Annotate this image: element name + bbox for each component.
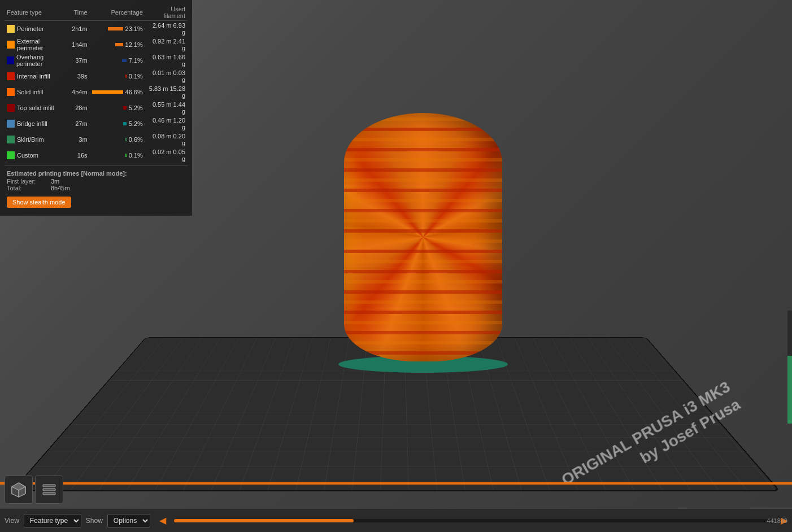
feature-name-cell: External perimeter	[5, 37, 69, 53]
layers-icon	[41, 481, 58, 498]
show-label: Show	[86, 517, 103, 525]
cube-icon	[10, 481, 27, 498]
layer-slider-fill	[174, 519, 354, 522]
feature-name-cell: Skirt/Brim	[5, 132, 69, 147]
time-cell: 2h1m	[69, 21, 90, 37]
filament-cell: 0.55 m 1.44 g	[145, 100, 188, 116]
filament-cell: 0.46 m 1.20 g	[145, 116, 188, 132]
feature-name-cell: Bridge infill	[5, 116, 69, 132]
time-cell: 1h4m	[69, 37, 90, 53]
layer-counter: 441839	[767, 517, 787, 524]
feature-name-cell: Internal infill	[5, 68, 69, 84]
table-row: Perimeter2h1m23.1%2.64 m 6.93 g	[5, 21, 188, 37]
percentage-cell: 7.1%	[90, 53, 145, 68]
filament-cell: 0.63 m 1.66 g	[145, 53, 188, 68]
time-cell: 4h4m	[69, 84, 90, 100]
feature-name-cell: Top solid infill	[5, 100, 69, 116]
svg-rect-6	[43, 485, 55, 487]
feature-name-cell: Solid infill	[5, 84, 69, 100]
model-stripes	[344, 113, 502, 361]
feature-stats-table: Feature type Time Percentage Used filame…	[5, 5, 188, 163]
table-row: External perimeter1h4m12.1%0.92 m 2.41 g	[5, 37, 188, 53]
col-used-filament: Used filament	[145, 5, 188, 21]
percentage-cell: 0.1%	[90, 68, 145, 84]
feature-name-cell: Perimeter	[5, 21, 69, 37]
filament-cell: 0.02 m 0.05 g	[145, 147, 188, 163]
table-row: Top solid infill28m5.2%0.55 m 1.44 g	[5, 100, 188, 116]
filament-cell: 2.64 m 6.93 g	[145, 21, 188, 37]
filament-cell: 5.83 m 15.28 g	[145, 84, 188, 100]
layers-view-button[interactable]	[35, 476, 63, 504]
3d-view-button[interactable]	[5, 476, 33, 504]
table-row: Skirt/Brim3m0.6%0.08 m 0.20 g	[5, 132, 188, 147]
percentage-cell: 46.6%	[90, 84, 145, 100]
time-cell: 16s	[69, 147, 90, 163]
percentage-cell: 0.6%	[90, 132, 145, 147]
total-row: Total: 8h45m	[7, 185, 185, 191]
layer-slider[interactable]	[174, 519, 773, 522]
layer-indicator-bar[interactable]	[787, 311, 792, 424]
first-layer-label: First layer:	[7, 178, 46, 185]
show-select[interactable]: Options	[107, 514, 150, 527]
first-layer-row: First layer: 3m	[7, 178, 185, 185]
total-label: Total:	[7, 185, 46, 191]
time-cell: 27m	[69, 116, 90, 132]
filament-cell: 0.92 m 2.41 g	[145, 37, 188, 53]
table-row: Internal infill39s0.1%0.01 m 0.03 g	[5, 68, 188, 84]
stats-panel: Feature type Time Percentage Used filame…	[0, 0, 192, 216]
time-cell: 28m	[69, 100, 90, 116]
divider	[5, 165, 188, 166]
table-row: Solid infill4h4m46.6%5.83 m 15.28 g	[5, 84, 188, 100]
percentage-cell: 12.1%	[90, 37, 145, 53]
table-row: Custom16s0.1%0.02 m 0.05 g	[5, 147, 188, 163]
stealth-mode-button[interactable]: Show stealth mode	[7, 197, 71, 208]
table-row: Bridge infill27m5.2%0.46 m 1.20 g	[5, 116, 188, 132]
percentage-cell: 23.1%	[90, 21, 145, 37]
percentage-cell: 0.1%	[90, 147, 145, 163]
total-value: 8h45m	[51, 185, 70, 191]
filament-cell: 0.01 m 0.03 g	[145, 68, 188, 84]
view-select[interactable]: Feature type	[24, 514, 81, 527]
estimated-time-label: Estimated printing times [Normal mode]:	[7, 170, 185, 177]
percentage-cell: 5.2%	[90, 116, 145, 132]
time-cell: 39s	[69, 68, 90, 84]
svg-rect-8	[43, 492, 55, 495]
bottom-toolbar: View Feature type Show Options ◀ ▶ 44183…	[0, 508, 792, 532]
col-feature-type: Feature type	[5, 5, 69, 21]
model-body	[344, 113, 502, 361]
filament-cell: 0.08 m 0.20 g	[145, 132, 188, 147]
table-row: Overhang perimeter37m7.1%0.63 m 1.66 g	[5, 53, 188, 68]
layer-indicator-fill	[787, 356, 792, 424]
time-cell: 3m	[69, 132, 90, 147]
print-time-info: Estimated printing times [Normal mode]: …	[5, 168, 188, 193]
svg-rect-7	[43, 489, 55, 491]
slider-left-arrow[interactable]: ◀	[159, 515, 166, 526]
percentage-cell: 5.2%	[90, 100, 145, 116]
view-label: View	[5, 517, 19, 525]
3d-model	[333, 113, 514, 384]
col-time: Time	[69, 5, 90, 21]
first-layer-value: 3m	[51, 178, 59, 185]
progress-bar	[0, 482, 792, 485]
view-buttons-container	[5, 476, 63, 504]
time-cell: 37m	[69, 53, 90, 68]
col-percentage: Percentage	[90, 5, 145, 21]
feature-name-cell: Custom	[5, 147, 69, 163]
feature-name-cell: Overhang perimeter	[5, 53, 69, 68]
